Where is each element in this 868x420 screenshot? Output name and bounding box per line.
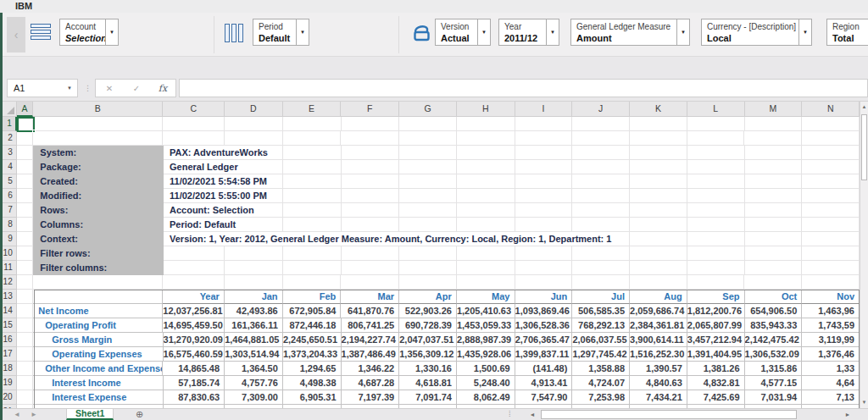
cell-E20[interactable]: 6,905.31 [283,390,342,405]
cell-G4[interactable] [399,160,457,174]
cell-C8-value[interactable]: Period: Default [166,218,239,231]
cell-J7[interactable] [572,203,630,218]
cell-C13[interactable]: Year [163,290,225,304]
cell-E10[interactable] [283,246,342,261]
formula-bar-gripper[interactable]: ⋮ [84,79,92,97]
cell-M19[interactable]: 4,577.15 [745,376,803,390]
cell-C9-value[interactable]: Version: 1, Year: 2012, General Ledger M… [166,232,615,246]
cell-F2[interactable] [341,131,399,146]
cell-M1[interactable] [745,117,803,131]
cell-D20[interactable]: 7,309.00 [225,390,283,405]
col-header-G[interactable]: G [399,102,457,117]
cell-L3[interactable] [687,146,745,160]
sheet-nav-right-icon[interactable]: ► [31,409,37,420]
cell-L1[interactable] [687,117,745,131]
col-header-B[interactable]: B [33,102,163,117]
cell-K20[interactable]: 7,434.21 [630,390,687,405]
cell-N9[interactable] [802,232,860,246]
cell-F14[interactable]: 641,870.76 [341,304,399,318]
cell-J2[interactable] [572,131,630,146]
cell-M15[interactable]: 835,943.33 [745,318,803,333]
cell-B9[interactable]: Context: [33,232,163,246]
cancel-icon[interactable]: ✕ [96,84,123,93]
cell-H20[interactable]: 8,062.49 [457,390,515,405]
cell-H14[interactable]: 1,205,410.63 [457,304,515,318]
cell-K2[interactable] [630,131,687,146]
cell-K8[interactable] [630,218,687,232]
cell-F15[interactable]: 806,741.25 [342,318,400,333]
chevron-down-icon[interactable]: ▼ [105,19,118,45]
account-dropdown[interactable]: Account Selection ▼ [59,19,119,46]
cell-N3[interactable] [802,146,860,160]
cell-A10[interactable] [17,246,34,261]
cell-N17[interactable]: 1,376,46 [802,347,860,362]
vertical-scrollbar[interactable]: ▲ ▼ [860,102,868,408]
col-header-N[interactable]: N [802,102,860,117]
cell-N2[interactable] [802,131,860,146]
cell-K12[interactable] [630,275,687,290]
col-header-A[interactable]: A [17,102,34,117]
cell-H1[interactable] [457,117,515,131]
name-box[interactable]: A1 ▼ [7,79,78,97]
cell-L12[interactable] [687,275,745,290]
cell-N10[interactable] [802,246,860,261]
cell-I15[interactable]: 1,306,528.36 [515,318,573,333]
cell-J10[interactable] [572,246,630,261]
cell-H3[interactable] [457,146,515,160]
cell-C2[interactable] [163,131,225,146]
cell-K10[interactable] [630,246,687,261]
cell-B11[interactable]: Filter columns: [33,261,163,275]
cell-B8[interactable]: Columns: [33,218,163,232]
cell-E1[interactable] [283,117,342,131]
cell-L13[interactable]: Sep [687,290,745,304]
cell-E5[interactable] [283,174,342,189]
cell-G11[interactable] [399,261,457,275]
cell-F20[interactable]: 7,197.39 [342,390,400,405]
col-header-K[interactable]: K [630,102,687,117]
cell-C5-value[interactable]: 11/02/2021 5:54:58 PM [166,174,270,188]
cell-A14[interactable] [17,304,34,318]
cell-A1[interactable] [17,117,34,131]
cell-L18[interactable]: 1,381.26 [687,362,745,376]
cell-H15[interactable]: 1,453,059.33 [457,318,515,333]
cell-F10[interactable] [342,246,400,261]
cell-K7[interactable] [630,203,687,218]
cell-L4[interactable] [687,160,745,174]
cell-M6[interactable] [745,189,803,203]
cell-L14[interactable]: 1,812,200.76 [687,304,745,318]
cell-N19[interactable]: 4,64 [802,376,860,390]
cell-B17[interactable]: Operating Expenses [33,347,163,362]
cell-F18[interactable]: 1,346.22 [342,362,400,376]
cell-N5[interactable] [802,174,860,189]
cell-A9[interactable] [17,232,34,246]
cell-K3[interactable] [630,146,687,160]
col-header-I[interactable]: I [515,102,573,117]
cell-J4[interactable] [572,160,630,174]
cell-B5[interactable]: Created: [33,174,163,189]
cell-J14[interactable]: 506,585.35 [572,304,630,318]
col-header-F[interactable]: F [341,102,399,117]
cell-K17[interactable]: 1,516,252.30 [630,347,687,362]
cell-K11[interactable] [630,261,687,275]
cell-L19[interactable]: 4,832.81 [687,376,745,390]
cell-C7-value[interactable]: Account: Selection [166,203,258,217]
cell-B3[interactable]: System: [33,146,163,160]
cell-K19[interactable]: 4,840.63 [630,376,687,390]
cell-K16[interactable]: 3,900,614.11 [630,333,687,347]
cell-M20[interactable]: 7,031.94 [745,390,803,405]
cell-C16[interactable]: 31,270,920.09 [164,333,225,347]
cell-I19[interactable]: 4,913.41 [515,376,573,390]
cell-F19[interactable]: 4,687.28 [342,376,400,390]
cell-L2[interactable] [687,131,745,146]
cell-F6[interactable] [342,189,400,203]
col-header-E[interactable]: E [283,102,342,117]
cell-J16[interactable]: 2,066,037.55 [572,333,630,347]
cell-M8[interactable] [745,218,803,232]
period-dropdown[interactable]: Period Default ▼ [253,19,309,46]
cell-B18[interactable]: Other Income and Expense [33,362,163,376]
cell-J18[interactable]: 1,358.88 [572,362,630,376]
cell-C1[interactable] [163,117,225,131]
scrollbar-resize-gripper[interactable]: ⁞ [509,409,512,420]
cell-J17[interactable]: 1,297,745.42 [572,347,630,362]
cell-L17[interactable]: 1,391,404.95 [687,347,745,362]
